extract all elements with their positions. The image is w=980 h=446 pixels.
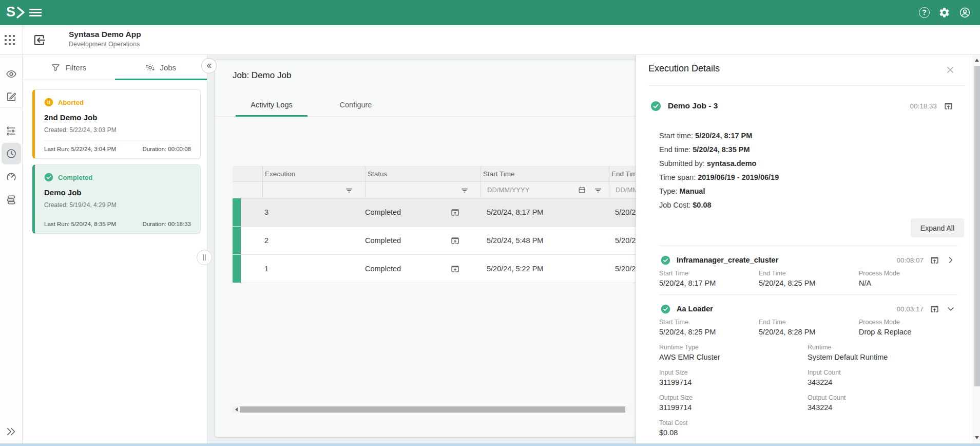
divider bbox=[659, 246, 957, 246]
open-log-icon[interactable] bbox=[450, 208, 460, 217]
filter-list-icon[interactable] bbox=[460, 185, 469, 195]
page-subtitle: Development Operations bbox=[69, 41, 140, 48]
job-card-last-run: Last Run: 5/22/24, 3:04 PM bbox=[44, 146, 116, 152]
field-label: Start Time bbox=[659, 319, 759, 326]
field-value: Drop & Replace bbox=[859, 328, 963, 336]
open-log-icon[interactable] bbox=[450, 236, 460, 246]
detail-row: Total Cost$0.08 bbox=[659, 419, 963, 437]
app-header: Syntasa Demo App Development Operations bbox=[0, 25, 980, 55]
sidebar-tabs: Filters Jobs bbox=[23, 55, 207, 80]
expand-all-button[interactable]: Expand All bbox=[911, 218, 964, 237]
menu-icon[interactable] bbox=[29, 9, 42, 17]
execution-row-1[interactable]: 1 Completed 5/20/24, 5:22 PM 5/20/24, bbox=[233, 255, 660, 283]
tab-filters-label: Filters bbox=[65, 63, 86, 72]
layers-icon[interactable] bbox=[6, 194, 17, 206]
job-card-last-run: Last Run: 5/20/24, 8:35 PM bbox=[44, 221, 116, 227]
bottom-edge-strip bbox=[0, 443, 980, 446]
field-value: 31199714 bbox=[659, 378, 808, 386]
clock-history-icon[interactable] bbox=[6, 148, 17, 159]
job-card-demo-job[interactable]: Completed Demo Job Created: 5/19/24, 4:2… bbox=[32, 164, 201, 234]
close-icon[interactable] bbox=[945, 65, 955, 75]
expand-rail-icon[interactable] bbox=[6, 426, 17, 437]
col-header-execution: Execution bbox=[262, 166, 365, 181]
status-badge: Completed bbox=[58, 174, 92, 181]
funnel-icon bbox=[51, 63, 61, 72]
logo-letter: S bbox=[6, 4, 16, 20]
gauge-icon[interactable] bbox=[6, 171, 17, 182]
job-title: Job: Demo Job bbox=[233, 70, 291, 81]
start-time-filter-cell[interactable]: DD/MM/YYYY bbox=[481, 182, 609, 198]
logo-swoosh-icon bbox=[16, 6, 26, 19]
tab-jobs-label: Jobs bbox=[160, 63, 176, 72]
help-icon[interactable]: ? bbox=[919, 7, 930, 18]
open-log-icon[interactable] bbox=[450, 264, 460, 274]
field-time-span: Time span: 2019/06/19 - 2019/06/19 bbox=[659, 171, 779, 184]
exit-app-icon[interactable] bbox=[32, 33, 46, 47]
vertical-scroll-thumb[interactable] bbox=[974, 66, 980, 386]
job-card-name: Demo Job bbox=[44, 188, 191, 197]
pause-circle-icon bbox=[44, 98, 53, 107]
eye-icon[interactable] bbox=[6, 68, 17, 80]
tab-activity-logs[interactable]: Activity Logs bbox=[236, 93, 308, 116]
scroll-down-arrow[interactable] bbox=[973, 434, 980, 442]
execution-details-panel: Execution Details Demo Job - 3 00:18:33 … bbox=[636, 55, 973, 443]
status-badge: Aborted bbox=[58, 99, 84, 106]
edit-icon[interactable] bbox=[6, 91, 17, 102]
rail-divider bbox=[0, 107, 23, 108]
col-header-status: Status bbox=[365, 166, 481, 181]
account-icon[interactable] bbox=[959, 7, 971, 18]
execution-row-2[interactable]: 2 Completed 5/20/24, 5:48 PM 5/20/24, bbox=[233, 227, 660, 255]
filter-list-icon[interactable] bbox=[344, 185, 354, 195]
apps-grid-icon[interactable] bbox=[4, 34, 15, 46]
execution-number: 3 bbox=[262, 198, 365, 226]
step-row-aa-loader[interactable]: Aa Loader 00:03:17 bbox=[661, 302, 956, 315]
panel-resize-handle[interactable] bbox=[197, 250, 212, 265]
syntasa-logo: S bbox=[6, 4, 26, 20]
job-summary-fields: Start time: 5/20/24, 8:17 PM End time: 5… bbox=[659, 129, 779, 212]
tab-jobs[interactable]: Jobs bbox=[115, 55, 207, 80]
horizontal-scroll-thumb[interactable] bbox=[240, 406, 625, 413]
job-card-created: Created: 5/22/24, 3:03 PM bbox=[44, 126, 191, 140]
field-value: 5/20/24, 8:17 PM bbox=[659, 279, 759, 287]
panel-title: Execution Details bbox=[648, 63, 720, 74]
settings-gear-icon[interactable] bbox=[938, 7, 950, 18]
date-input-placeholder[interactable]: DD/MM/YYYY bbox=[481, 186, 578, 194]
tab-filters[interactable]: Filters bbox=[23, 55, 115, 80]
jobs-gear-icon bbox=[145, 63, 155, 72]
check-circle-icon bbox=[650, 101, 661, 112]
step-row-inframanager[interactable]: Inframanager_create_cluster 00:08:07 bbox=[661, 253, 956, 267]
field-value: 5/20/24, 8:25 PM bbox=[759, 279, 859, 287]
open-log-icon[interactable] bbox=[944, 101, 953, 111]
row-status-strip bbox=[233, 255, 241, 283]
calendar-icon[interactable] bbox=[578, 185, 586, 194]
execution-number: 2 bbox=[262, 227, 365, 254]
chevron-down-icon[interactable] bbox=[946, 304, 956, 314]
tab-configure[interactable]: Configure bbox=[320, 93, 392, 116]
execution-row-3[interactable]: 3 Completed 5/20/24, 8:17 PM 5/20/24, bbox=[233, 198, 660, 227]
collapse-panel-button[interactable] bbox=[201, 58, 217, 73]
open-log-icon[interactable] bbox=[930, 304, 939, 314]
vertical-scrollbar[interactable] bbox=[973, 55, 980, 443]
row-status-strip bbox=[233, 227, 241, 254]
detail-row: Output Size31199714 Output Count343224 bbox=[659, 394, 963, 412]
step-fields: Start Time5/20/24, 8:17 PM End Time5/20/… bbox=[659, 270, 963, 287]
job-card-2nd-demo-job[interactable]: Aborted 2nd Demo Job Created: 5/22/24, 3… bbox=[32, 89, 201, 159]
pipeline-icon[interactable] bbox=[6, 125, 17, 137]
field-label: Process Mode bbox=[859, 319, 963, 326]
execution-status: Completed bbox=[365, 265, 401, 273]
filter-list-icon[interactable] bbox=[593, 185, 603, 195]
field-label: Runtime bbox=[808, 344, 963, 351]
detail-row: Input Size31199714 Input Count343224 bbox=[659, 369, 963, 386]
field-end-time: End time: 5/20/24, 8:35 PM bbox=[659, 143, 779, 157]
scroll-left-arrow[interactable] bbox=[233, 406, 240, 413]
execution-status: Completed bbox=[365, 236, 401, 245]
horizontal-scrollbar[interactable] bbox=[233, 406, 632, 413]
field-label: End Time bbox=[759, 319, 859, 326]
double-chevron-left-icon bbox=[205, 62, 213, 70]
executions-table: Execution Status Start Time End Time DD/… bbox=[233, 166, 660, 283]
chevron-right-icon[interactable] bbox=[946, 255, 956, 265]
field-label: Output Size bbox=[659, 394, 808, 401]
scroll-up-arrow[interactable] bbox=[973, 56, 980, 64]
open-log-icon[interactable] bbox=[930, 255, 939, 265]
field-label: End Time bbox=[759, 270, 859, 277]
